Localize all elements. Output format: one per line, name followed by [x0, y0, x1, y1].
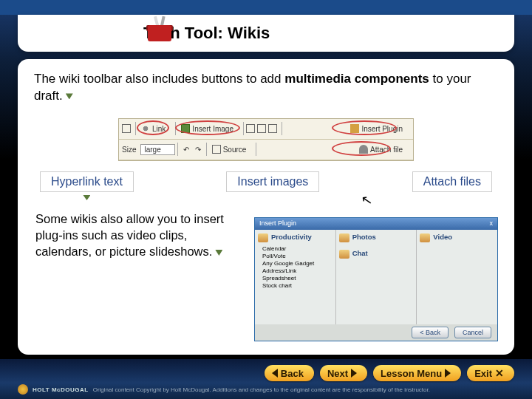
tb-size-label: Size	[122, 146, 136, 154]
arrow-down-icon	[66, 93, 73, 99]
plugin-cat-chat[interactable]: Chat	[352, 249, 368, 257]
intro-pre: The wiki toolbar also includes buttons t…	[34, 72, 284, 86]
list-item[interactable]: Calendar	[262, 245, 332, 253]
list-item[interactable]: Any Google Gadget	[262, 260, 332, 267]
insert-plugin-window: Insert Plugin x Productivity Calendar Po…	[254, 217, 498, 341]
plugin-cat-photos[interactable]: Photos	[352, 233, 376, 241]
plugin-window-title: Insert Plugin	[259, 219, 296, 228]
plugin-cat-video[interactable]: Video	[433, 233, 452, 241]
exit-button[interactable]: Exit✕	[467, 365, 514, 381]
next-button[interactable]: Next	[320, 365, 367, 381]
brand-text: HOLT McDOUGAL	[33, 386, 89, 393]
footer: Back Next Lesson Menu Exit✕ HOLT McDOUGA…	[0, 359, 532, 399]
arrow-right-icon	[445, 369, 451, 378]
back-button[interactable]: Back	[265, 365, 314, 381]
tb-size-value: large	[140, 144, 174, 155]
arrow-left-icon	[272, 369, 278, 378]
intro-text: The wiki toolbar also includes buttons t…	[34, 71, 498, 105]
list-item[interactable]: Poll/Vote	[262, 253, 332, 260]
label-images: Insert images	[226, 171, 319, 192]
close-icon[interactable]: x	[490, 219, 494, 228]
x-icon: ✕	[495, 367, 504, 379]
tb-source: Source	[223, 146, 247, 154]
arrow-down-icon	[83, 195, 90, 200]
list-item[interactable]: Address/Link	[262, 267, 332, 275]
plugin-cancel-button[interactable]: Cancel	[454, 327, 491, 338]
title-bar: Tech Tool: Wikis	[18, 15, 514, 52]
logo-icon	[18, 384, 28, 395]
wiki-toolbar-image: Link Insert Image Insert Plugin Size lar…	[118, 118, 414, 161]
plugin-cat-productivity[interactable]: Productivity	[271, 233, 312, 241]
copyright-text: Original content Copyright by Holt McDou…	[93, 386, 430, 393]
list-item[interactable]: Stock chart	[262, 282, 332, 290]
arrow-down-icon	[215, 250, 222, 256]
plugin-back-button[interactable]: < Back	[412, 327, 449, 338]
intro-bold: multimedia components	[284, 72, 429, 86]
label-attach: Attach files	[412, 171, 492, 192]
content-card: The wiki toolbar also includes buttons t…	[18, 59, 514, 355]
label-hyperlink: Hyperlink text	[40, 171, 134, 192]
arrow-right-icon	[351, 369, 357, 378]
lower-text: Some wikis also allow you to insert plug…	[34, 209, 237, 262]
lesson-menu-button[interactable]: Lesson Menu	[373, 365, 461, 381]
toolbox-icon	[146, 16, 173, 41]
list-item[interactable]: Spreadsheet	[262, 275, 332, 282]
